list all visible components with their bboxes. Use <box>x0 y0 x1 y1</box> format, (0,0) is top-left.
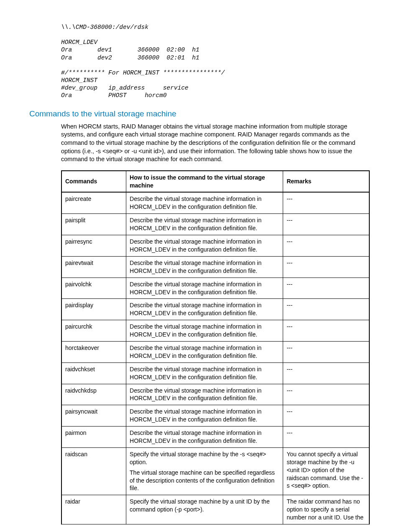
remarks-cell: --- <box>283 299 369 320</box>
col-header-how: How to issue the command to the virtual … <box>126 171 283 193</box>
table-row: raidvchkdspDescribe the virtual storage … <box>61 384 369 405</box>
how-cell: Describe the virtual storage machine inf… <box>126 320 283 342</box>
how-cell: Describe the virtual storage machine inf… <box>126 299 283 320</box>
remarks-cell: --- <box>283 341 369 362</box>
cmd-cell: paircreate <box>61 192 126 213</box>
table-row: pairresyncDescribe the virtual storage m… <box>61 235 369 257</box>
col-header-commands: Commands <box>61 171 126 193</box>
cmd-cell: raidvchkset <box>61 362 126 384</box>
cmd-cell: horctakeover <box>61 341 126 362</box>
remarks-cell: The raidar command has no option to spec… <box>283 495 369 524</box>
remarks-cell: --- <box>283 192 369 213</box>
remarks-cell: You cannot specify a virtual storage mac… <box>283 447 369 495</box>
remarks-cell: --- <box>283 362 369 384</box>
how-cell: Describe the virtual storage machine inf… <box>126 405 283 427</box>
how-cell: Describe the virtual storage machine inf… <box>126 341 283 362</box>
how-cell: Describe the virtual storage machine inf… <box>126 235 283 257</box>
cmd-cell: raidscan <box>61 447 126 495</box>
cmd-cell: pairdisplay <box>61 299 126 320</box>
cmd-cell: pairsplit <box>61 214 126 235</box>
remarks-cell: --- <box>283 384 369 405</box>
how-cell: Describe the virtual storage machine inf… <box>126 192 283 213</box>
table-row: pairvolchkDescribe the virtual storage m… <box>61 278 369 299</box>
how-cell: Specify the virtual storage machine by t… <box>126 447 283 495</box>
table-row: raidarSpecify the virtual storage machin… <box>61 495 369 524</box>
how-cell: Describe the virtual storage machine inf… <box>126 384 283 405</box>
intro-paragraph: When HORCM starts, RAID Manager obtains … <box>61 123 370 164</box>
table-row: pairdisplayDescribe the virtual storage … <box>61 299 369 320</box>
remarks-cell: --- <box>283 256 369 278</box>
table-row: pairsplitDescribe the virtual storage ma… <box>61 214 369 235</box>
cmd-cell: raidvchkdsp <box>61 384 126 405</box>
table-row: pairsyncwaitDescribe the virtual storage… <box>61 405 369 427</box>
table-row: paircreateDescribe the virtual storage m… <box>61 192 369 213</box>
remarks-cell: --- <box>283 235 369 257</box>
remarks-cell: --- <box>283 278 369 299</box>
table-row: pairevtwaitDescribe the virtual storage … <box>61 256 369 278</box>
section-heading: Commands to the virtual storage machine <box>29 108 370 119</box>
table-row: pairmonDescribe the virtual storage mach… <box>61 427 369 448</box>
how-cell: Describe the virtual storage machine inf… <box>126 278 283 299</box>
remarks-cell: --- <box>283 320 369 342</box>
table-row: raidscanSpecify the virtual storage mach… <box>61 447 369 495</box>
table-row: horctakeoverDescribe the virtual storage… <box>61 341 369 362</box>
how-cell: Describe the virtual storage machine inf… <box>126 427 283 448</box>
remarks-cell: --- <box>283 214 369 235</box>
how-cell: Specify the virtual storage machine by a… <box>126 495 283 524</box>
cmd-cell: raidar <box>61 495 126 524</box>
col-header-remarks: Remarks <box>283 171 369 193</box>
cmd-cell: pairmon <box>61 427 126 448</box>
remarks-cell: --- <box>283 427 369 448</box>
remarks-cell: --- <box>283 405 369 427</box>
cmd-cell: pairsyncwait <box>61 405 126 427</box>
table-row: raidvchksetDescribe the virtual storage … <box>61 362 369 384</box>
cmd-cell: pairevtwait <box>61 256 126 278</box>
cmd-cell: paircurchk <box>61 320 126 342</box>
how-cell: Describe the virtual storage machine inf… <box>126 214 283 235</box>
table-row: paircurchkDescribe the virtual storage m… <box>61 320 369 342</box>
cmd-cell: pairvolchk <box>61 278 126 299</box>
code-block: \\.\CMD-368000:/dev/rdsk HORCM_LDEV Ora … <box>61 23 370 99</box>
how-cell: Describe the virtual storage machine inf… <box>126 362 283 384</box>
cmd-cell: pairresync <box>61 235 126 257</box>
how-cell: Describe the virtual storage machine inf… <box>126 256 283 278</box>
commands-table: Commands How to issue the command to the… <box>61 170 370 524</box>
